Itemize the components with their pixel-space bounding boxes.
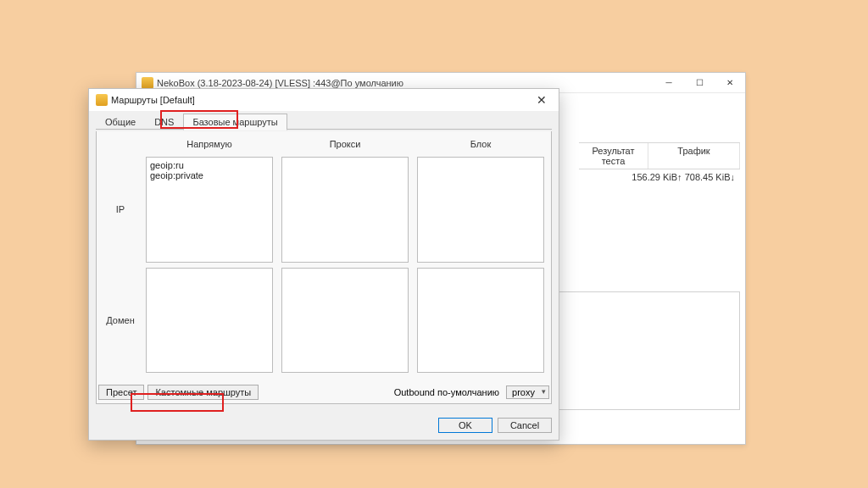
tab-dns[interactable]: DNS <box>145 114 183 130</box>
col-block-header: Блок <box>417 139 544 149</box>
col-result-header[interactable]: Результат теста <box>579 143 648 169</box>
domain-proxy-box[interactable] <box>281 268 409 374</box>
close-button[interactable]: ✕ <box>715 73 745 92</box>
tab-general[interactable]: Общие <box>96 114 145 130</box>
ip-direct-box[interactable]: geoip:ru geoip:private <box>146 157 273 263</box>
bottom-row: Пресет Кастомные маршруты Outbound по-ум… <box>97 385 551 400</box>
connection-table: Результат теста Трафик 156.29 KiB↑ 708.4… <box>579 142 740 185</box>
ip-block-box[interactable] <box>417 157 544 263</box>
tab-row: Общие DNS Базовые маршруты <box>89 111 559 130</box>
app-icon <box>142 77 153 89</box>
dialog-title: Маршруты [Default] <box>111 95 195 105</box>
maximize-button[interactable]: ☐ <box>684 73 715 92</box>
ok-button[interactable]: OK <box>438 418 492 433</box>
custom-routes-button[interactable]: Кастомные маршруты <box>147 385 259 400</box>
dialog-titlebar: Маршруты [Default] ✕ <box>89 89 559 111</box>
cancel-button[interactable]: Cancel <box>498 418 552 433</box>
app-icon <box>96 94 108 106</box>
ip-proxy-box[interactable] <box>281 157 409 263</box>
outbound-label: Outbound по-умолчанию <box>394 387 503 397</box>
col-direct-header: Напрямую <box>146 139 273 149</box>
row-domain-label: Домен <box>103 268 137 374</box>
minimize-button[interactable]: ─ <box>654 73 684 92</box>
domain-block-box[interactable] <box>417 268 544 374</box>
dialog-content: Напрямую Прокси Блок IP geoip:ru geoip:p… <box>96 131 552 404</box>
dialog-buttons: OK Cancel <box>438 418 552 433</box>
tab-base-routes[interactable]: Базовые маршруты <box>183 114 287 130</box>
domain-direct-box[interactable] <box>146 268 273 374</box>
outbound-dropdown[interactable]: proxy <box>506 385 549 399</box>
table-row[interactable]: 156.29 KiB↑ 708.45 KiB↓ <box>579 169 740 185</box>
cell-traffic: 156.29 KiB↑ 708.45 KiB↓ <box>626 172 740 182</box>
table-header: Результат теста Трафик <box>579 142 740 169</box>
col-traffic-header[interactable]: Трафик <box>648 143 740 169</box>
cell-result <box>579 172 626 182</box>
main-title: NekoBox (3.18-2023-08-24) [VLESS] :443@П… <box>157 78 740 88</box>
routes-dialog: Маршруты [Default] ✕ Общие DNS Базовые м… <box>88 88 559 441</box>
preset-button[interactable]: Пресет <box>98 385 144 400</box>
routes-grid: Напрямую Прокси Блок IP geoip:ru geoip:p… <box>103 136 544 373</box>
row-ip-label: IP <box>103 157 137 263</box>
dialog-close-button[interactable]: ✕ <box>525 89 559 111</box>
col-proxy-header: Прокси <box>281 139 409 149</box>
